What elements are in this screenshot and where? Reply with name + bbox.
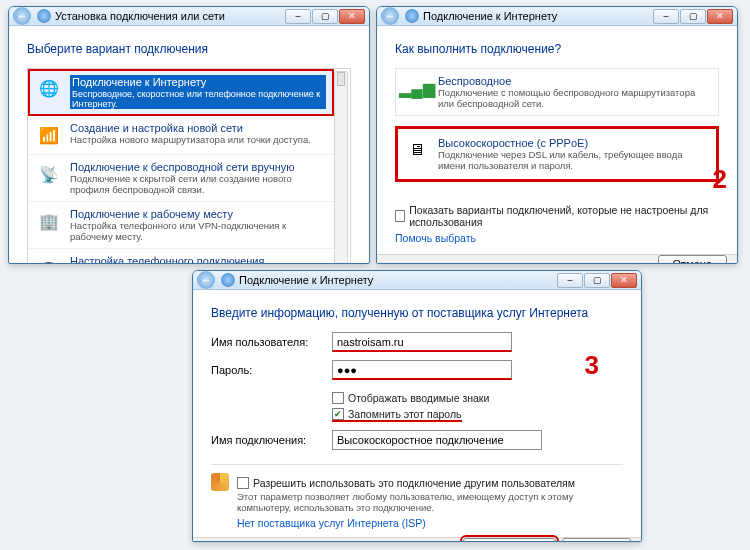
dialog-setup-connection: ← Установка подключения или сети – ▢ ✕ В… [8, 6, 370, 264]
globe-icon: 🌐 [36, 75, 62, 101]
checkbox-icon [237, 477, 249, 489]
checkbox-icon [395, 210, 405, 222]
maximize-button[interactable]: ▢ [584, 273, 610, 288]
option-dialup[interactable]: ☎ Настройка телефонного подключенияПодкл… [28, 249, 334, 264]
minimize-button[interactable]: – [653, 9, 679, 24]
dialog-credentials: ← Подключение к Интернету – ▢ ✕ Введите … [192, 270, 642, 542]
network-icon [221, 273, 235, 287]
close-button[interactable]: ✕ [707, 9, 733, 24]
dialog-connect-internet: ← Подключение к Интернету – ▢ ✕ Как выпо… [376, 6, 738, 264]
connect-button[interactable]: Подключить [463, 538, 555, 542]
checkbox-icon [332, 392, 344, 404]
minimize-button[interactable]: – [285, 9, 311, 24]
window-title: Подключение к Интернету [239, 274, 373, 286]
scrollbar[interactable] [334, 71, 348, 264]
window-controls: – ▢ ✕ [285, 9, 365, 24]
titlebar: ← Подключение к Интернету – ▢ ✕ [377, 7, 737, 26]
close-button[interactable]: ✕ [611, 273, 637, 288]
dialog-footer: Подключить Отмена [193, 537, 641, 542]
wifi-icon: 📡 [36, 161, 62, 187]
cancel-button[interactable]: Отмена [562, 538, 631, 542]
window-title: Установка подключения или сети [55, 10, 225, 22]
option-workplace[interactable]: 🏢 Подключение к рабочему местуНастройка … [28, 202, 334, 249]
back-icon[interactable]: ← [197, 271, 215, 289]
router-icon: 📶 [36, 122, 62, 148]
share-option: Разрешить использовать это подключение д… [211, 464, 623, 529]
cancel-button[interactable]: Отмена [658, 255, 727, 264]
back-icon[interactable]: ← [381, 7, 399, 25]
page-heading: Введите информацию, полученную от постав… [211, 306, 623, 320]
titlebar: ← Установка подключения или сети – ▢ ✕ [9, 7, 369, 26]
network-icon [405, 9, 419, 23]
no-isp-link[interactable]: Нет поставщика услуг Интернета (ISP) [237, 517, 426, 529]
credentials-form: Имя пользователя: Пароль: Отображать вво… [211, 332, 623, 450]
option-internet[interactable]: 🌐 Подключение к ИнтернетуБеспроводное, с… [28, 69, 334, 116]
option-list: 🌐 Подключение к ИнтернетуБеспроводное, с… [27, 68, 351, 264]
network-icon [37, 9, 51, 23]
maximize-button[interactable]: ▢ [680, 9, 706, 24]
dialog-body: Выберите вариант подключения 🌐 Подключен… [9, 26, 369, 264]
username-label: Имя пользователя: [211, 336, 326, 348]
annotation-3: 3 [585, 352, 599, 378]
workplace-icon: 🏢 [36, 208, 62, 234]
page-heading: Выберите вариант подключения [27, 42, 351, 56]
close-button[interactable]: ✕ [339, 9, 365, 24]
titlebar: ← Подключение к Интернету – ▢ ✕ [193, 271, 641, 290]
show-options-checkbox[interactable]: Показать варианты подключений, которые н… [395, 204, 719, 228]
modem-icon: 🖥 [404, 137, 430, 163]
share-description: Этот параметр позволяет любому пользоват… [237, 491, 577, 513]
connection-name-label: Имя подключения: [211, 434, 326, 446]
wireless-bars-icon: ▂▄▆ [404, 75, 430, 101]
option-wireless-manual[interactable]: 📡 Подключение к беспроводной сети вручну… [28, 155, 334, 202]
annotation-2: 2 [713, 166, 727, 192]
window-controls: – ▢ ✕ [653, 9, 733, 24]
help-link[interactable]: Помочь выбрать [395, 232, 476, 244]
phone-icon: ☎ [36, 255, 62, 264]
maximize-button[interactable]: ▢ [312, 9, 338, 24]
option-pppoe[interactable]: 🖥 Высокоскоростное (с PPPoE)Подключение … [395, 126, 719, 182]
minimize-button[interactable]: – [557, 273, 583, 288]
share-checkbox[interactable]: Разрешить использовать это подключение д… [237, 477, 577, 489]
page-heading: Как выполнить подключение? [395, 42, 719, 56]
window-title: Подключение к Интернету [423, 10, 557, 22]
dialog-body: Как выполнить подключение? ▂▄▆ Беспровод… [377, 26, 737, 254]
connection-name-input[interactable] [332, 430, 542, 450]
back-icon[interactable]: ← [13, 7, 31, 25]
show-chars-checkbox[interactable]: Отображать вводимые знаки [332, 392, 623, 404]
dialog-body: Введите информацию, полученную от постав… [193, 290, 641, 537]
option-wireless[interactable]: ▂▄▆ БеспроводноеПодключение с помощью бе… [395, 68, 719, 116]
window-controls: – ▢ ✕ [557, 273, 637, 288]
password-input[interactable] [332, 360, 512, 380]
option-new-network[interactable]: 📶 Создание и настройка новой сетиНастрой… [28, 116, 334, 155]
remember-password-checkbox[interactable]: ✔Запомнить этот пароль [332, 408, 462, 422]
checkbox-icon: ✔ [332, 408, 344, 420]
shield-icon [211, 473, 229, 491]
username-input[interactable] [332, 332, 512, 352]
dialog-footer: Отмена [377, 254, 737, 264]
password-label: Пароль: [211, 364, 326, 376]
